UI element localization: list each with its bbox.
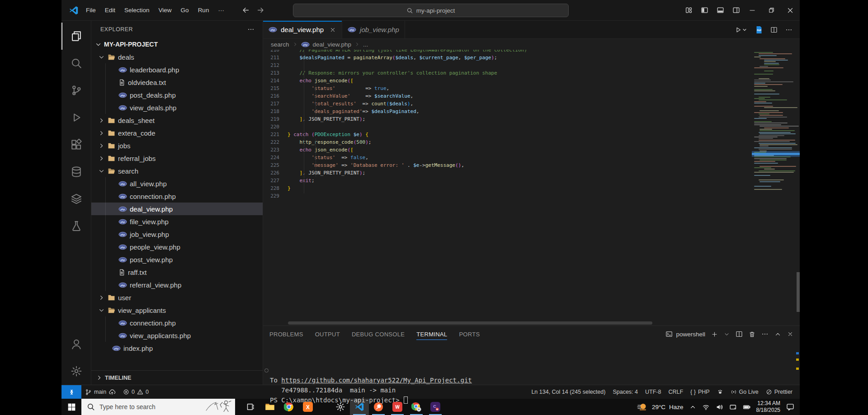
taskbar-app-chrome[interactable] [279,399,298,415]
explorer-more-actions-icon[interactable] [247,26,255,33]
menu-file[interactable]: File [81,5,100,16]
start-button[interactable] [61,399,81,415]
tree-item-search[interactable]: search [91,165,263,177]
tree-item-extera_code[interactable]: extera_code [91,127,263,139]
taskbar-app-xampp[interactable]: X [298,399,317,415]
close-button[interactable] [781,0,800,20]
chevron-right-icon [354,42,360,47]
menu-selection[interactable]: Selection [120,5,154,16]
run-button-icon[interactable] [734,26,748,33]
taskbar-app-chrome-alt[interactable] [407,399,426,415]
minimize-button[interactable] [743,0,762,20]
customize-layout-icon[interactable] [685,6,693,14]
tree-item-raff.txt[interactable]: raff.txt [91,266,263,278]
tree-item-user[interactable]: user [91,291,263,304]
taskbar-app-file-explorer[interactable] [260,399,279,415]
toggle-sidebar-icon[interactable] [701,6,708,14]
menu-run[interactable]: Run [193,5,214,16]
taskbar-search[interactable]: Type here to search [81,399,235,415]
breadcrumb-symbol[interactable]: ... [363,41,368,48]
tree-item-oldviedea.txt[interactable]: oldviedea.txt [91,76,263,89]
toggle-panel-icon[interactable] [717,6,724,14]
terminal-link[interactable]: https://github.com/shaharyar522/My_Api_P… [281,377,472,384]
tab-deal-view-php[interactable]: php deal_view.php [263,21,342,38]
activitybar-search[interactable] [61,50,91,77]
new-terminal-icon[interactable] [711,331,718,338]
activitybar-account[interactable] [61,330,91,358]
taskbar-app-clickup[interactable]: Cw [426,399,445,415]
activitybar-source-control[interactable] [61,77,91,104]
breadcrumb-folder[interactable]: search [271,41,289,48]
taskbar-app-settings[interactable] [331,399,350,415]
tree-item-referral_jobs[interactable]: referral_jobs [91,152,263,165]
problems-indicator[interactable]: 0 0 [119,385,152,399]
tree-item-job_view.php[interactable]: phpjob_view.php [91,228,263,241]
back-arrow-icon[interactable] [241,6,250,14]
tab-job-view-php[interactable]: php job_view.php [342,21,405,38]
activitybar-run-debug[interactable] [61,104,91,131]
menu-more[interactable]: ··· [213,5,229,16]
taskbar-app-wps[interactable]: W [388,399,407,415]
svg-text:php: php [270,28,275,31]
horizontal-scrollbar[interactable] [288,321,652,325]
php-preview-button-icon[interactable]: PHP [755,26,763,34]
activitybar-database[interactable] [61,158,91,185]
more-actions-icon[interactable] [785,26,793,33]
tree-root-my-api-project[interactable]: MY-API-PROJECT [91,38,263,51]
tree-item-view_applicants[interactable]: view_applicants [91,304,263,316]
tree-item-jobs[interactable]: jobs [91,139,263,152]
tree-item-referral_view.php[interactable]: phpreferral_view.php [91,278,263,291]
panel-tab-output[interactable]: OUTPUT [315,326,340,342]
command-center-search[interactable]: my-api-project [293,4,569,17]
tree-item-view_applicants.php[interactable]: phpview_applicants.php [91,329,263,342]
menu-view[interactable]: View [154,5,176,16]
branch-indicator[interactable]: main [81,385,119,399]
tree-item-post_deals.php[interactable]: phppost_deals.php [91,89,263,101]
tree-item-all_view.php[interactable]: phpall_view.php [91,177,263,190]
shell-selector[interactable]: powershell [665,330,705,338]
breadcrumb-file[interactable]: deal_view.php [313,41,352,48]
tree-item-post_view.php[interactable]: phppost_view.php [91,253,263,266]
tab-close-icon[interactable] [329,27,336,33]
tree-item-connection.php[interactable]: phpconnection.php [91,316,263,329]
terminal[interactable]: To https://github.com/shaharyar522/My_Ap… [263,342,800,405]
activitybar-layers[interactable] [61,185,91,212]
taskbar-app-vscode[interactable] [350,399,369,415]
panel-tab-ports[interactable]: PORTS [459,326,480,342]
tree-item-deals[interactable]: deals [91,51,263,63]
kill-terminal-icon[interactable] [749,331,755,338]
toggle-secondary-sidebar-icon[interactable] [732,6,740,14]
minimap[interactable] [752,50,800,325]
panel-tab-debug-console[interactable]: DEBUG CONSOLE [352,326,405,342]
maximize-panel-icon[interactable] [774,331,781,338]
activitybar-explorer[interactable] [61,23,91,50]
activitybar-settings[interactable] [61,358,91,385]
tree-item-view_deals.php[interactable]: phpview_deals.php [91,101,263,114]
taskbar-app-task-view[interactable] [241,399,260,415]
tree-item-deals_sheet[interactable]: deals_sheet [91,114,263,127]
vertical-scrollbar[interactable] [797,272,800,312]
panel-more-icon[interactable] [761,330,769,338]
taskbar-app-postman[interactable] [369,399,388,415]
remote-indicator[interactable] [61,385,81,399]
close-panel-icon[interactable] [787,331,793,337]
split-editor-icon[interactable] [770,26,778,33]
split-terminal-icon[interactable] [736,330,743,338]
tree-item-leaderboard.php[interactable]: phpleaderboard.php [91,63,263,76]
tree-item-connection.php[interactable]: phpconnection.php [91,190,263,203]
tree-item-people_view.php[interactable]: phppeople_view.php [91,241,263,253]
forward-arrow-icon[interactable] [256,6,265,14]
timeline-section[interactable]: TIMELINE [91,370,263,385]
terminal-dropdown-icon[interactable] [724,331,730,337]
activitybar-tests[interactable] [61,212,91,240]
panel-tab-terminal[interactable]: TERMINAL [416,326,447,342]
panel-tab-problems[interactable]: PROBLEMS [269,326,303,342]
restore-button[interactable] [762,0,781,20]
tree-item-index.php[interactable]: phpindex.php [91,342,263,354]
tree-item-deal_view.php[interactable]: phpdeal_view.php [91,203,263,215]
menu-go[interactable]: Go [176,5,193,16]
code-editor[interactable]: 210 // Paginate AFTER sorting (just like… [263,50,800,325]
tree-item-file_view.php[interactable]: phpfile_view.php [91,215,263,228]
activitybar-extensions[interactable] [61,131,91,158]
menu-edit[interactable]: Edit [100,5,120,16]
